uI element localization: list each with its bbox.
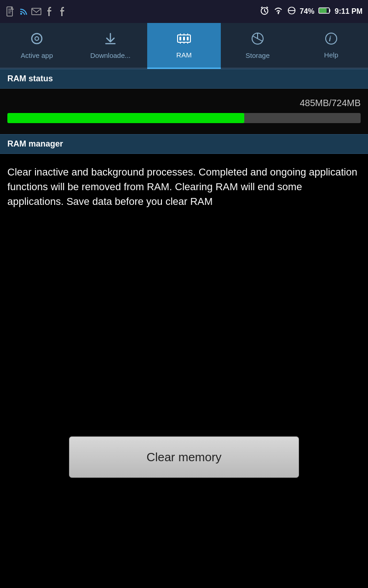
svg-point-8 (32, 34, 42, 44)
status-bar: 74% 9:11 PM (0, 0, 368, 23)
svg-rect-2 (32, 8, 41, 15)
svg-rect-11 (179, 37, 181, 40)
tab-active-app-label: Active app (21, 51, 53, 59)
facebook-icon-2 (57, 6, 67, 17)
tab-storage[interactable]: Storage (221, 23, 294, 69)
alarm-icon (259, 6, 270, 17)
ram-icon (177, 32, 191, 48)
no-signal-icon (287, 6, 296, 17)
active-app-icon (30, 32, 44, 49)
ram-status-header: RAM status (0, 69, 368, 89)
svg-text:i: i (329, 35, 331, 43)
ram-usage-text: 485MB/724MB (7, 98, 361, 108)
gmail-icon (31, 6, 41, 17)
rss-icon (18, 6, 29, 17)
tab-help[interactable]: i Help (294, 23, 368, 69)
file-icon (6, 6, 16, 17)
tab-bar: Active app Downloade... RAM (0, 23, 368, 69)
ram-manager-description: Clear inactive and background processes.… (7, 165, 361, 209)
tab-storage-label: Storage (246, 51, 270, 59)
svg-point-1 (20, 13, 22, 15)
tab-ram-label: RAM (176, 51, 191, 59)
downloaded-icon (104, 32, 117, 49)
ram-manager-header: RAM manager (0, 134, 368, 154)
ram-manager-section: Clear inactive and background processes.… (0, 154, 368, 218)
status-time: 9:11 PM (335, 7, 362, 16)
ram-progress-bar-fill (7, 113, 244, 123)
tab-downloaded-label: Downloade... (90, 51, 131, 59)
battery-icon (318, 7, 331, 16)
svg-rect-7 (319, 8, 327, 13)
clear-memory-label: Clear memory (146, 450, 221, 464)
help-icon: i (325, 32, 338, 48)
svg-rect-12 (183, 37, 185, 40)
tab-downloaded[interactable]: Downloade... (74, 23, 147, 69)
facebook-icon-1 (44, 6, 54, 17)
ram-status-section: 485MB/724MB (0, 89, 368, 134)
tab-active-app[interactable]: Active app (0, 23, 74, 69)
tab-ram[interactable]: RAM (147, 23, 221, 69)
svg-point-9 (35, 37, 39, 40)
storage-icon (251, 32, 264, 49)
wifi-icon (273, 6, 283, 17)
status-right: 74% 9:11 PM (259, 6, 363, 17)
status-icons-left (6, 6, 67, 17)
svg-point-15 (326, 33, 337, 44)
clear-memory-button[interactable]: Clear memory (69, 436, 299, 478)
svg-rect-13 (187, 37, 189, 40)
tab-help-label: Help (324, 51, 339, 59)
ram-progress-bar-bg (7, 113, 361, 123)
svg-point-4 (277, 13, 279, 14)
battery-percent: 74% (300, 7, 315, 16)
